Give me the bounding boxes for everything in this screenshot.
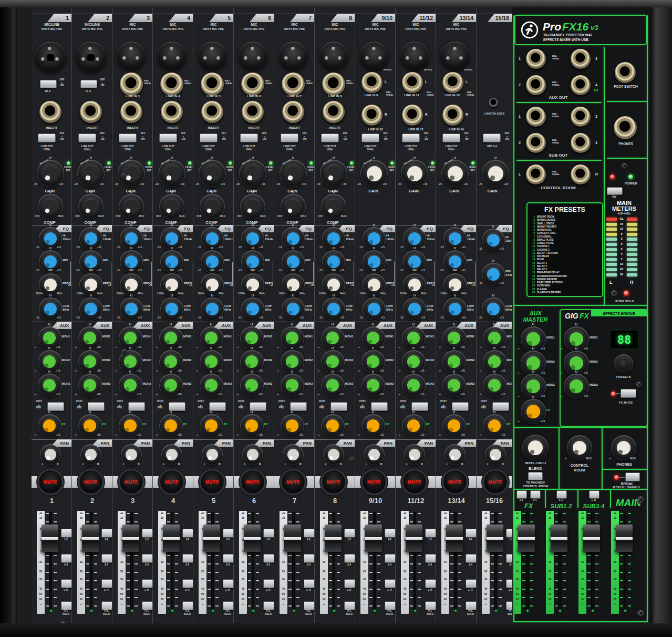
route-button-1-2[interactable] <box>425 529 436 538</box>
pre-post-switch[interactable] <box>250 402 266 411</box>
low-cut-switch[interactable] <box>240 133 258 142</box>
to-phones-switch[interactable] <box>528 472 543 480</box>
pfl-solo-button[interactable] <box>466 601 477 610</box>
route-button-3-4[interactable] <box>223 554 234 563</box>
pfl-solo-button[interactable] <box>263 601 274 610</box>
route-button-1-2[interactable] <box>344 529 355 538</box>
route-button-1-2[interactable] <box>142 529 153 538</box>
channel-fader-cap[interactable] <box>163 525 180 552</box>
route-button-l-r[interactable] <box>466 579 477 588</box>
low-cut-switch[interactable] <box>38 133 56 142</box>
low-cut-switch[interactable] <box>78 133 96 142</box>
pre-post-switch[interactable] <box>371 402 388 411</box>
pfl-solo-button[interactable] <box>385 601 396 610</box>
channel-fader-cap[interactable] <box>244 525 261 552</box>
mute-button[interactable]: MUTE <box>484 470 507 494</box>
pfl-solo-button[interactable] <box>142 601 153 610</box>
mute-button[interactable]: MUTE <box>443 470 467 494</box>
low-cut-switch[interactable] <box>119 133 137 142</box>
master-fader-main-cap[interactable] <box>616 525 633 552</box>
route-button-1-2[interactable] <box>101 529 112 538</box>
usb-3-4-switch[interactable] <box>483 133 501 142</box>
pre-post-switch[interactable] <box>47 402 64 411</box>
pfl-solo-button[interactable] <box>425 601 436 610</box>
pan-knob[interactable] <box>283 445 303 465</box>
route-button-3-4[interactable] <box>61 554 72 563</box>
low-cut-switch[interactable] <box>361 133 379 142</box>
route-button-l-r[interactable] <box>344 579 355 588</box>
master-fader-fx-cap[interactable] <box>518 525 535 552</box>
fx-mute-switch[interactable] <box>621 389 636 398</box>
route-button-3-4[interactable] <box>182 554 193 563</box>
route-button-l-r[interactable] <box>101 579 112 588</box>
pre-post-switch[interactable] <box>492 402 509 411</box>
fx-route-button-1-2[interactable] <box>516 490 527 499</box>
mute-button[interactable]: MUTE <box>120 470 143 494</box>
blend-knob[interactable] <box>523 435 548 460</box>
low-cut-switch[interactable] <box>281 133 298 142</box>
route-button-1-2[interactable] <box>61 529 72 538</box>
route-button-1-2[interactable] <box>304 529 315 538</box>
pan-knob[interactable] <box>324 445 344 465</box>
channel-fader-cap[interactable] <box>446 525 463 552</box>
route-button-l-r[interactable] <box>182 579 193 588</box>
route-button-l-r[interactable] <box>61 579 72 588</box>
master-fader-sub3-4-cap[interactable] <box>583 525 600 552</box>
pre-post-switch[interactable] <box>88 402 105 411</box>
low-cut-switch[interactable] <box>159 133 177 142</box>
route-button-l-r[interactable] <box>263 579 274 588</box>
pan-knob[interactable] <box>40 445 60 465</box>
channel-fader-cap[interactable] <box>42 525 58 552</box>
route-button-3-4[interactable] <box>263 554 274 563</box>
phantom-power-switch[interactable] <box>607 187 623 195</box>
route-button-3-4[interactable] <box>304 554 315 563</box>
sub12-route-button-l-r[interactable] <box>556 490 567 499</box>
presets-knob[interactable] <box>615 355 633 373</box>
pfl-solo-button[interactable] <box>344 601 355 610</box>
channel-fader-cap[interactable] <box>82 525 99 552</box>
pre-post-switch[interactable] <box>209 402 226 411</box>
route-button-l-r[interactable] <box>142 579 153 588</box>
pre-post-switch[interactable] <box>330 402 347 411</box>
channel-fader-cap[interactable] <box>487 525 503 552</box>
route-button-l-r[interactable] <box>304 579 315 588</box>
low-cut-switch[interactable] <box>200 133 218 142</box>
channel-fader-cap[interactable] <box>365 525 382 552</box>
fx-route-button-3-4[interactable] <box>530 490 541 499</box>
route-button-3-4[interactable] <box>101 554 112 563</box>
pfl-solo-button[interactable] <box>61 601 72 610</box>
route-button-3-4[interactable] <box>344 554 355 563</box>
pan-knob[interactable] <box>364 445 384 465</box>
channel-fader-cap[interactable] <box>284 525 301 552</box>
route-button-l-r[interactable] <box>425 579 436 588</box>
route-button-3-4[interactable] <box>425 554 436 563</box>
pan-knob[interactable] <box>121 445 141 465</box>
pre-post-switch[interactable] <box>169 402 185 411</box>
pan-knob[interactable] <box>243 445 263 465</box>
mute-button[interactable]: MUTE <box>160 470 183 494</box>
route-button-3-4[interactable] <box>385 554 396 563</box>
pre-post-switch[interactable] <box>452 402 469 411</box>
hi-z-switch[interactable] <box>80 80 97 88</box>
pfl-solo-button[interactable] <box>101 601 112 610</box>
route-button-l-r[interactable] <box>385 579 396 588</box>
pre-post-switch[interactable] <box>290 402 307 411</box>
pan-knob[interactable] <box>485 445 505 465</box>
mute-button[interactable]: MUTE <box>403 470 426 494</box>
low-cut-switch[interactable] <box>402 133 420 142</box>
route-button-1-2[interactable] <box>263 529 274 538</box>
pan-knob[interactable] <box>405 445 425 465</box>
route-button-1-2[interactable] <box>223 529 234 538</box>
mute-button[interactable]: MUTE <box>39 470 62 494</box>
sub34-route-button-l-r[interactable] <box>589 490 599 499</box>
route-button-l-r[interactable] <box>223 579 234 588</box>
pfl-solo-button[interactable] <box>223 601 234 610</box>
route-button-3-4[interactable] <box>142 554 153 563</box>
mute-button[interactable]: MUTE <box>241 470 264 494</box>
master-fader-sub1-2-cap[interactable] <box>551 525 567 552</box>
channel-fader-cap[interactable] <box>122 525 139 552</box>
mute-button[interactable]: MUTE <box>201 470 224 494</box>
hi-z-switch[interactable] <box>40 80 57 88</box>
mute-button[interactable]: MUTE <box>79 470 102 494</box>
pre-post-switch[interactable] <box>128 402 145 411</box>
